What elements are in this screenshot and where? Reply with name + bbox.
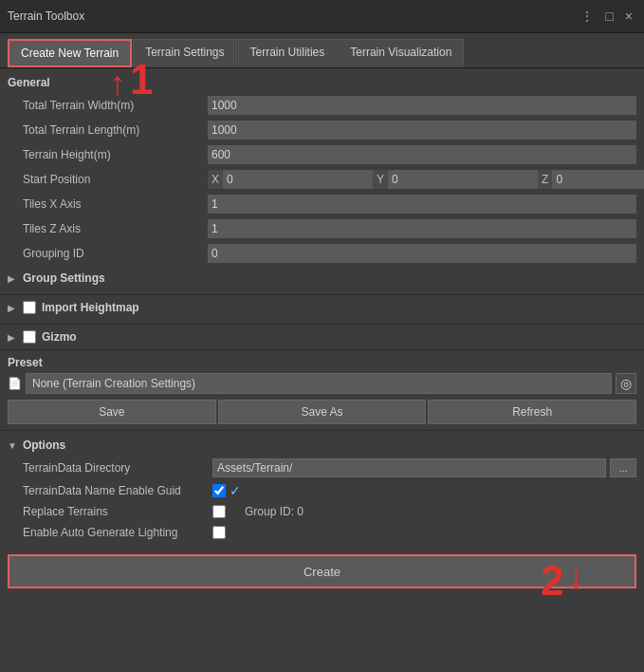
title-bar: Terrain Toolbox ⋮ □ × xyxy=(0,0,644,33)
group-settings-header[interactable]: ▶ Group Settings xyxy=(0,266,644,290)
grouping-id-label: Grouping ID xyxy=(23,247,208,260)
preset-dropdown-row: 📄 None (Terrain Creation Settings) ◎ xyxy=(8,373,636,394)
replace-terrains-value: Group ID: 0 xyxy=(212,505,636,518)
tab-terrain-settings[interactable]: Terrain Settings xyxy=(133,39,236,67)
terraindata-directory-row: TerrainData Directory ... xyxy=(0,456,644,480)
tiles-x-axis-label: Tiles X Axis xyxy=(23,197,208,211)
preset-label: Preset xyxy=(8,356,636,369)
tiles-z-axis-row: Tiles Z Axis xyxy=(0,216,644,241)
total-terrain-length-label: Total Terrain Length(m) xyxy=(23,123,208,137)
grouping-id-input[interactable] xyxy=(208,244,636,263)
terraindata-directory-value: ... xyxy=(212,458,636,477)
options-section: ▼ Options TerrainData Directory ... Terr… xyxy=(0,430,644,547)
x-label: X xyxy=(208,170,223,189)
z-label: Z xyxy=(538,170,552,189)
checkmark-icon: ✓ xyxy=(230,483,241,498)
auto-generate-lighting-label: Enable Auto Generate Lighting xyxy=(23,526,212,539)
total-terrain-length-row: Total Terrain Length(m) xyxy=(0,118,644,142)
start-pos-y-input[interactable] xyxy=(388,170,538,189)
import-heightmap-label: Import Heightmap xyxy=(42,301,139,314)
refresh-button[interactable]: Refresh xyxy=(428,400,636,424)
create-button-section: Create xyxy=(0,547,644,596)
general-label: General xyxy=(0,68,644,93)
auto-generate-lighting-row: Enable Auto Generate Lighting xyxy=(0,522,644,543)
save-as-button[interactable]: Save As xyxy=(218,400,427,424)
group-id-text: Group ID: 0 xyxy=(245,505,304,518)
create-button[interactable]: Create xyxy=(8,554,636,588)
grouping-id-row: Grouping ID xyxy=(0,241,644,266)
tiles-x-axis-row: Tiles X Axis xyxy=(0,192,644,216)
gizmo-checkbox[interactable] xyxy=(23,330,36,344)
total-terrain-width-row: Total Terrain Width(m) xyxy=(0,93,644,118)
tab-create-new-terrain[interactable]: Create New Terrain xyxy=(8,39,132,67)
options-arrow: ▼ xyxy=(8,440,17,451)
tabs-bar: Create New Terrain Terrain Settings Terr… xyxy=(0,33,644,68)
tab-terrain-utilities[interactable]: Terrain Utilities xyxy=(238,39,338,67)
y-group: Y xyxy=(373,170,538,189)
replace-terrains-checkbox[interactable] xyxy=(212,505,226,518)
general-section: General Total Terrain Width(m) Total Ter… xyxy=(0,68,644,290)
gizmo-header[interactable]: ▶ Gizmo xyxy=(0,325,644,349)
start-position-fields: X Y Z xyxy=(208,170,644,189)
tiles-z-axis-input[interactable] xyxy=(208,219,636,238)
close-icon[interactable]: × xyxy=(621,7,636,26)
terraindata-directory-label: TerrainData Directory xyxy=(23,461,212,475)
terraindata-directory-input[interactable] xyxy=(212,458,606,477)
terraindata-guid-value: ✓ xyxy=(212,483,636,498)
tab-terrain-visualization[interactable]: Terrain Visualization xyxy=(338,39,464,67)
main-content: General Total Terrain Width(m) Total Ter… xyxy=(0,68,644,596)
auto-generate-lighting-checkbox[interactable] xyxy=(212,526,226,539)
menu-icon[interactable]: ⋮ xyxy=(577,7,598,26)
start-pos-x-input[interactable] xyxy=(223,170,373,189)
maximize-icon[interactable]: □ xyxy=(601,7,616,26)
preset-action-buttons: Save Save As Refresh xyxy=(8,400,636,424)
x-group: X xyxy=(208,170,373,189)
total-terrain-width-input[interactable] xyxy=(208,96,636,115)
gizmo-arrow: ▶ xyxy=(8,332,17,343)
start-position-row: Start Position X Y Z xyxy=(0,167,644,192)
total-terrain-length-input[interactable] xyxy=(208,121,636,140)
terrain-height-label: Terrain Height(m) xyxy=(23,148,208,161)
preset-options-button[interactable]: ◎ xyxy=(616,373,636,394)
title-bar-title: Terrain Toolbox xyxy=(8,9,84,23)
options-header[interactable]: ▼ Options xyxy=(0,435,644,456)
import-heightmap-section: ▶ Import Heightmap xyxy=(0,294,644,320)
gizmo-section: ▶ Gizmo xyxy=(0,324,644,349)
replace-terrains-label: Replace Terrains xyxy=(23,505,212,518)
gizmo-label: Gizmo xyxy=(42,330,77,344)
replace-terrains-row: Replace Terrains Group ID: 0 xyxy=(0,501,644,522)
terrain-height-input[interactable] xyxy=(208,145,636,164)
group-settings-label: Group Settings xyxy=(23,271,105,285)
import-heightmap-header[interactable]: ▶ Import Heightmap xyxy=(0,295,644,320)
browse-button[interactable]: ... xyxy=(610,458,636,477)
z-group: Z xyxy=(538,170,644,189)
start-pos-z-input[interactable] xyxy=(552,170,644,189)
options-label: Options xyxy=(23,439,65,452)
import-heightmap-checkbox[interactable] xyxy=(23,301,36,314)
auto-generate-lighting-value xyxy=(212,526,636,539)
preset-dropdown[interactable]: None (Terrain Creation Settings) xyxy=(26,373,612,394)
y-label: Y xyxy=(373,170,388,189)
preset-file-icon: 📄 xyxy=(8,377,22,390)
import-heightmap-arrow: ▶ xyxy=(8,303,17,313)
total-terrain-width-label: Total Terrain Width(m) xyxy=(23,99,208,112)
group-settings-arrow: ▶ xyxy=(8,273,17,284)
terraindata-guid-label: TerrainData Name Enable Guid xyxy=(23,484,212,497)
preset-circle-icon: ◎ xyxy=(620,376,632,391)
terraindata-guid-checkbox[interactable] xyxy=(212,484,226,497)
terrain-height-row: Terrain Height(m) xyxy=(0,142,644,167)
preset-section: Preset 📄 None (Terrain Creation Settings… xyxy=(0,349,644,430)
terraindata-guid-row: TerrainData Name Enable Guid ✓ xyxy=(0,480,644,501)
save-button[interactable]: Save xyxy=(8,400,216,424)
tiles-x-axis-input[interactable] xyxy=(208,195,636,214)
start-position-label: Start Position xyxy=(23,173,208,186)
tiles-z-axis-label: Tiles Z Axis xyxy=(23,222,208,235)
